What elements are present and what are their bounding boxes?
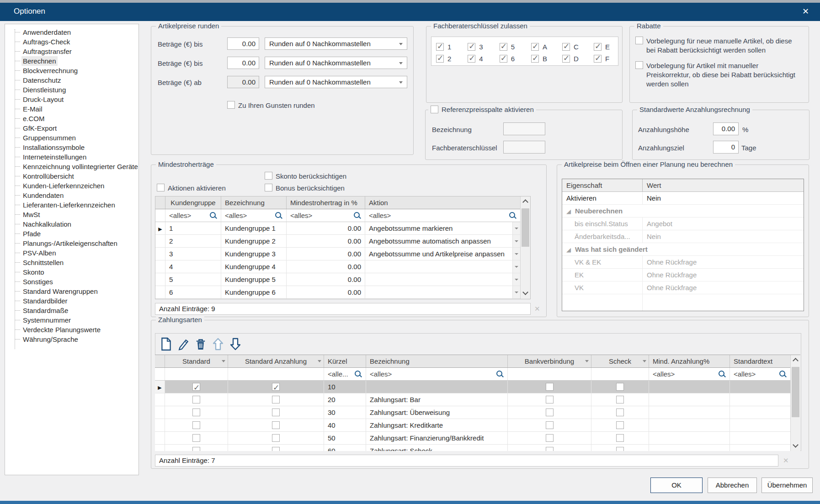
cell-bezeichnung[interactable] bbox=[366, 381, 508, 393]
tree-item[interactable]: Auftrags-Check bbox=[5, 37, 138, 47]
column-header[interactable]: Mind. Anzahlung% bbox=[649, 355, 730, 367]
cell-bezeichnung[interactable]: Zahlungsart: Kreditkarte bbox=[366, 419, 508, 431]
table-row[interactable]: 30 Zahlungsart: Überweisung bbox=[155, 406, 800, 419]
search-icon[interactable] bbox=[779, 370, 787, 378]
tree-item[interactable]: Kontrollübersicht bbox=[5, 171, 138, 181]
cell-standard-anzahlung[interactable] bbox=[228, 406, 324, 419]
bank-checkbox[interactable] bbox=[546, 447, 554, 451]
cell-standard-anzahlung[interactable] bbox=[228, 432, 324, 444]
cell-bezeichnung[interactable]: Kundengruppe 5 bbox=[221, 273, 287, 286]
new-entry-button[interactable] bbox=[159, 337, 173, 351]
scroll-up-icon[interactable] bbox=[793, 358, 799, 364]
tree-item[interactable]: Auftragstransfer bbox=[5, 47, 138, 56]
cell-scheck[interactable] bbox=[591, 406, 649, 419]
filter-dropdown-icon[interactable] bbox=[222, 360, 225, 362]
advisor-key-checkbox[interactable] bbox=[531, 55, 539, 63]
advisor-key-checkbox[interactable] bbox=[562, 55, 570, 63]
tree-item[interactable]: Druck-Layout bbox=[5, 95, 138, 104]
property-value[interactable]: Angebot bbox=[643, 218, 804, 230]
standard-checkbox[interactable] bbox=[192, 447, 200, 451]
rabatt-option1-checkbox[interactable] bbox=[635, 37, 643, 44]
scroll-up-icon[interactable] bbox=[522, 199, 528, 205]
cell-standardtext[interactable] bbox=[730, 419, 790, 431]
amount-input-2[interactable]: 0.00 bbox=[227, 57, 259, 69]
cell-kuerzel[interactable]: 60 bbox=[324, 445, 366, 451]
standard-checkbox[interactable] bbox=[192, 383, 200, 391]
cell-standard[interactable] bbox=[165, 393, 228, 406]
cell-standard-anzahlung[interactable] bbox=[228, 393, 324, 406]
table-row[interactable]: 6 Kundengruppe 6 0.00 bbox=[155, 286, 530, 299]
cell-kuerzel[interactable]: 50 bbox=[324, 432, 366, 444]
search-icon[interactable] bbox=[496, 370, 504, 378]
table-row[interactable]: 50 Zahlungsart: Finanzierung/Bankkredit bbox=[155, 432, 800, 445]
search-icon[interactable] bbox=[209, 212, 217, 219]
table-row-clipped[interactable]: 60 Zahlungsart: Scheck bbox=[155, 445, 800, 451]
tree-item[interactable]: PSV-Alben bbox=[5, 248, 138, 258]
tree-item[interactable]: Kunden-Lieferkennzeichen bbox=[5, 181, 138, 191]
tree-item[interactable]: Kundendaten bbox=[5, 191, 138, 200]
close-icon[interactable]: ✕ bbox=[802, 6, 809, 16]
column-header[interactable]: Standard Anzahlung bbox=[228, 355, 324, 367]
cell-standard-anzahlung[interactable] bbox=[228, 445, 324, 451]
filter-dropdown-icon[interactable] bbox=[585, 360, 589, 362]
cell-standardtext[interactable] bbox=[730, 393, 790, 406]
search-icon[interactable] bbox=[509, 212, 516, 219]
cell-standardtext[interactable] bbox=[730, 406, 790, 419]
cell-standard-anzahlung[interactable] bbox=[228, 419, 324, 431]
scrollbar-thumb[interactable] bbox=[522, 208, 529, 247]
tree-item[interactable]: Interneteinstellungen bbox=[5, 152, 138, 162]
cell-kundengruppe[interactable]: 5 bbox=[165, 273, 221, 286]
cell-bankverbindung[interactable] bbox=[508, 445, 591, 451]
advisor-key-checkbox[interactable] bbox=[531, 43, 539, 51]
column-header[interactable]: Standard bbox=[165, 355, 228, 367]
filter-cell[interactable]: <alles> bbox=[366, 368, 508, 380]
search-icon[interactable] bbox=[354, 370, 362, 378]
search-icon[interactable] bbox=[275, 212, 282, 219]
scroll-down-icon[interactable] bbox=[522, 289, 528, 295]
dropdown-button[interactable] bbox=[512, 273, 520, 286]
cell-bankverbindung[interactable] bbox=[508, 393, 591, 406]
standard-checkbox[interactable] bbox=[192, 434, 200, 442]
filter-dropdown-icon[interactable] bbox=[643, 360, 646, 362]
tree-item[interactable]: Datenschutz bbox=[5, 75, 138, 85]
dropdown-button[interactable] bbox=[512, 260, 520, 273]
cell-bankverbindung[interactable] bbox=[508, 419, 591, 431]
tree-item[interactable]: Sonstiges bbox=[5, 277, 138, 286]
cell-aktion[interactable] bbox=[365, 286, 520, 298]
move-down-button[interactable] bbox=[229, 337, 242, 351]
search-icon[interactable] bbox=[353, 212, 361, 219]
cell-scheck[interactable] bbox=[591, 381, 649, 393]
tree-item[interactable]: e.COM bbox=[5, 114, 138, 123]
tree-item[interactable]: Planungs-/Artikeleigenschaften bbox=[5, 239, 138, 248]
search-icon[interactable] bbox=[718, 370, 726, 378]
advisor-key-checkbox[interactable] bbox=[468, 43, 475, 51]
table-row[interactable]: 20 Zahlungsart: Bar bbox=[155, 393, 800, 406]
standard-anzahlung-checkbox[interactable] bbox=[272, 421, 280, 429]
standard-anzahlung-checkbox[interactable] bbox=[272, 447, 280, 451]
table-row[interactable]: 3 Kundengruppe 3 0.00 Angebotssumme und … bbox=[155, 248, 530, 260]
cell-kuerzel[interactable]: 30 bbox=[324, 406, 366, 419]
column-header[interactable]: Kundengruppe bbox=[165, 196, 221, 209]
bank-checkbox[interactable] bbox=[546, 421, 554, 429]
tree-item[interactable]: Dienstleistung bbox=[5, 85, 138, 95]
cell-bezeichnung[interactable]: Kundengruppe 6 bbox=[221, 286, 287, 298]
skonto-checkbox[interactable] bbox=[265, 172, 272, 180]
cell-bankverbindung[interactable] bbox=[508, 406, 591, 419]
cell-kuerzel[interactable]: 40 bbox=[324, 419, 366, 431]
cell-standardtext[interactable] bbox=[730, 432, 790, 444]
filter-cell[interactable]: <alles> bbox=[287, 209, 365, 222]
cell-mindestrohertrag[interactable]: 0.00 bbox=[287, 273, 365, 286]
column-header[interactable]: Scheck bbox=[591, 355, 649, 367]
cell-kundengruppe[interactable]: 4 bbox=[165, 260, 221, 273]
table-row[interactable]: 40 Zahlungsart: Kreditkarte bbox=[155, 419, 800, 432]
vertical-scrollbar[interactable] bbox=[520, 196, 530, 299]
zu-ihren-gunsten-checkbox[interactable] bbox=[227, 101, 235, 109]
fachberaterschluessel-input[interactable] bbox=[503, 141, 545, 154]
cell-bezeichnung[interactable]: Zahlungsart: Finanzierung/Bankkredit bbox=[366, 432, 508, 444]
cell-bezeichnung[interactable]: Kundengruppe 1 bbox=[221, 222, 287, 234]
cell-standard[interactable] bbox=[165, 406, 228, 419]
cell-mindestrohertrag[interactable]: 0.00 bbox=[287, 235, 365, 247]
scroll-down-icon[interactable] bbox=[793, 442, 799, 448]
standard-anzahlung-checkbox[interactable] bbox=[272, 409, 280, 416]
cell-mind-anzahlung[interactable] bbox=[649, 381, 730, 393]
